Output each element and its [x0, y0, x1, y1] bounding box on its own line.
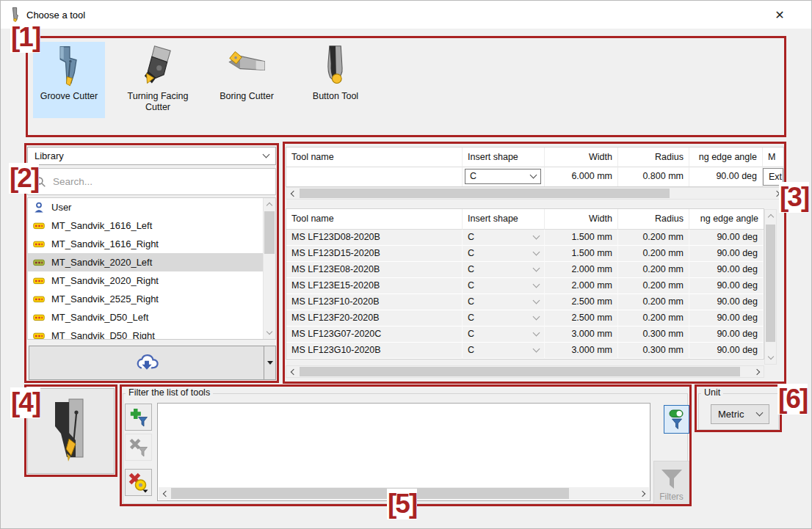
- tree-item[interactable]: MT_Sandvik_2525_Right: [28, 290, 275, 308]
- tool-name[interactable]: MS LF123E08-2020B: [286, 262, 463, 278]
- tree-item-selected[interactable]: MT_Sandvik_2020_Left: [28, 253, 275, 271]
- tool-row[interactable]: MS LF123G10-2020B C 3.000 mm 0.300 mm 90…: [286, 343, 764, 359]
- tool-edge-angle[interactable]: 90.00 deg: [689, 246, 764, 262]
- tool-edge-angle[interactable]: 90.00 deg: [689, 326, 764, 343]
- tool-width[interactable]: 1.500 mm: [545, 246, 618, 262]
- tool-edge-angle[interactable]: 90.00 deg: [689, 310, 764, 326]
- column-header[interactable]: ng edge angle: [689, 209, 764, 230]
- tool-radius[interactable]: 0.300 mm: [618, 343, 689, 359]
- current-mounting[interactable]: Ext: [763, 168, 783, 186]
- current-edge-angle[interactable]: 90.00 deg: [689, 167, 763, 186]
- tool-edge-angle[interactable]: 90.00 deg: [689, 294, 764, 310]
- column-header[interactable]: Insert shape: [463, 147, 545, 167]
- scroll-down-icon[interactable]: [264, 326, 275, 339]
- h-scrollbar-thumb[interactable]: [300, 189, 670, 198]
- column-header[interactable]: M: [763, 147, 783, 167]
- column-header[interactable]: Tool name: [286, 209, 463, 230]
- column-header[interactable]: ng edge angle: [689, 147, 763, 167]
- filter-list-hscrollbar[interactable]: [159, 487, 649, 500]
- tool-row[interactable]: MS LF123D08-2020B C 1.500 mm 0.200 mm 90…: [286, 230, 764, 246]
- filters-button-disabled[interactable]: Filters: [653, 461, 689, 505]
- tool-type-button-tool[interactable]: Button Tool: [300, 42, 371, 118]
- tool-name[interactable]: MS LF123D15-2020B: [286, 246, 463, 262]
- scroll-right-icon[interactable]: [752, 366, 764, 377]
- scroll-left-icon[interactable]: [159, 487, 170, 500]
- tool-radius[interactable]: 0.200 mm: [618, 310, 689, 326]
- tool-edge-angle[interactable]: 90.00 deg: [689, 262, 764, 278]
- tree-item[interactable]: MT_Sandvik_D50_Right: [28, 326, 275, 340]
- scroll-up-icon[interactable]: [765, 210, 776, 222]
- insert-shape-select[interactable]: C: [465, 169, 541, 184]
- unit-select[interactable]: Metric: [711, 404, 769, 424]
- tree-item[interactable]: MT_Sandvik_1616_Left: [28, 216, 275, 235]
- tool-name[interactable]: MS LF123F20-2020B: [286, 310, 463, 326]
- column-header[interactable]: Radius: [618, 209, 689, 230]
- tool-width[interactable]: 2.000 mm: [545, 278, 618, 294]
- scroll-left-icon[interactable]: [286, 366, 298, 377]
- tool-row[interactable]: MS LF123F10-2020B C 2.500 mm 0.200 mm 90…: [286, 294, 764, 310]
- add-filter-button[interactable]: [125, 404, 152, 431]
- current-width[interactable]: 6.000 mm: [545, 167, 618, 186]
- column-header[interactable]: Tool name: [286, 147, 463, 167]
- tool-edge-angle[interactable]: 90.00 deg: [689, 230, 764, 246]
- tool-row[interactable]: MS LF123E15-2020B C 2.000 mm 0.200 mm 90…: [286, 278, 764, 294]
- column-header[interactable]: Radius: [618, 147, 689, 167]
- scroll-right-icon[interactable]: [772, 188, 783, 199]
- v-scrollbar-thumb[interactable]: [766, 225, 775, 342]
- tool-radius[interactable]: 0.200 mm: [618, 246, 689, 262]
- scroll-right-icon[interactable]: [637, 487, 649, 500]
- search-input[interactable]: [51, 175, 269, 188]
- tool-insert-shape[interactable]: C: [463, 246, 545, 262]
- tool-radius[interactable]: 0.200 mm: [618, 230, 689, 246]
- close-button[interactable]: ✕: [772, 7, 788, 23]
- tool-type-turning-facing-cutter[interactable]: Turning Facing Cutter: [122, 42, 194, 118]
- tree-scrollbar[interactable]: [263, 198, 275, 339]
- column-header[interactable]: Width: [545, 147, 618, 167]
- tool-row[interactable]: MS LF123E08-2020B C 2.000 mm 0.200 mm 90…: [286, 262, 764, 278]
- tool-width[interactable]: 3.000 mm: [545, 343, 618, 359]
- h-scrollbar-thumb[interactable]: [300, 367, 740, 376]
- tool-width[interactable]: 3.000 mm: [545, 326, 618, 343]
- tool-name[interactable]: MS LF123F10-2020B: [286, 294, 463, 310]
- tool-width[interactable]: 2.500 mm: [545, 310, 618, 326]
- tool-type-groove-cutter[interactable]: Groove Cutter: [33, 42, 105, 118]
- download-library-button[interactable]: [29, 346, 264, 380]
- tool-insert-shape[interactable]: C: [463, 343, 545, 359]
- filter-list[interactable]: [157, 403, 650, 501]
- tool-radius[interactable]: 0.200 mm: [618, 262, 689, 278]
- tool-width[interactable]: 2.000 mm: [545, 262, 618, 278]
- tree-item-user[interactable]: User: [28, 198, 275, 216]
- scroll-up-icon[interactable]: [264, 198, 275, 211]
- tree-scrollbar-thumb[interactable]: [264, 211, 275, 254]
- tool-insert-shape[interactable]: C: [463, 230, 545, 246]
- column-header[interactable]: Insert shape: [463, 209, 545, 230]
- h-scrollbar-thumb[interactable]: [171, 488, 569, 499]
- tree-item[interactable]: MT_Sandvik_2020_Right: [28, 271, 275, 290]
- scroll-left-icon[interactable]: [286, 188, 298, 199]
- tree-item[interactable]: MT_Sandvik_D50_Left: [28, 308, 275, 326]
- tool-row[interactable]: MS LF123D15-2020B C 1.500 mm 0.200 mm 90…: [286, 246, 764, 262]
- tool-radius[interactable]: 0.200 mm: [618, 278, 689, 294]
- tree-item[interactable]: MT_Sandvik_1616_Right: [28, 235, 275, 253]
- tools-table-vscrollbar[interactable]: [764, 209, 777, 365]
- current-table-hscrollbar[interactable]: [286, 187, 784, 200]
- clear-filters-button[interactable]: [125, 469, 152, 496]
- column-header[interactable]: Width: [545, 209, 618, 230]
- tool-radius[interactable]: 0.200 mm: [618, 294, 689, 310]
- scroll-down-icon[interactable]: [765, 351, 776, 364]
- tool-width[interactable]: 1.500 mm: [545, 230, 618, 246]
- current-tool-name[interactable]: [286, 167, 463, 186]
- tool-insert-shape[interactable]: C: [463, 262, 545, 278]
- tool-insert-shape[interactable]: C: [463, 278, 545, 294]
- tool-name[interactable]: MS LF123E15-2020B: [286, 278, 463, 294]
- tool-insert-shape[interactable]: C: [463, 310, 545, 326]
- tool-row[interactable]: MS LF123F20-2020B C 2.500 mm 0.200 mm 90…: [286, 310, 764, 326]
- tool-edge-angle[interactable]: 90.00 deg: [689, 343, 764, 359]
- search-box[interactable]: [27, 168, 276, 195]
- tool-insert-shape[interactable]: C: [463, 326, 545, 343]
- tools-table-hscrollbar[interactable]: [286, 365, 764, 378]
- tool-type-boring-cutter[interactable]: Boring Cutter: [211, 42, 283, 118]
- current-radius[interactable]: 0.800 mm: [618, 167, 689, 186]
- tool-width[interactable]: 2.500 mm: [545, 294, 618, 310]
- library-select[interactable]: Library: [27, 147, 276, 165]
